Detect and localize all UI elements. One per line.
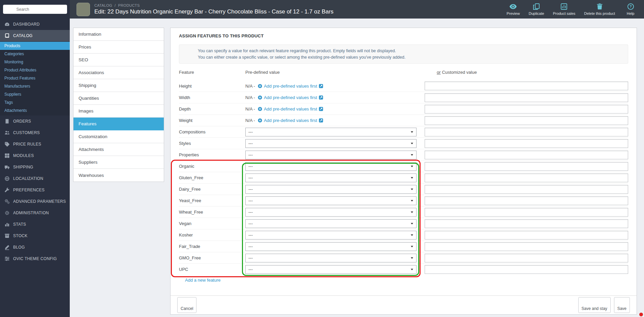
tab-warehouses[interactable]: Warehouses xyxy=(73,169,164,182)
cancel-button[interactable]: Cancel xyxy=(177,297,196,313)
sidebar-item-orders[interactable]: ORDERS xyxy=(0,116,70,127)
predefined-value-select[interactable]: --- xyxy=(245,162,417,171)
tab-customization[interactable]: Customization xyxy=(73,130,164,143)
sidebar-item-customers[interactable]: CUSTOMERS xyxy=(0,127,70,138)
customized-value-input[interactable] xyxy=(425,185,628,194)
tab-information[interactable]: Information xyxy=(73,28,164,41)
breadcrumb-products[interactable]: PRODUCTS xyxy=(118,3,140,7)
sidebar-item-dashboard[interactable]: DASHBOARD xyxy=(0,19,70,30)
search-input[interactable] xyxy=(16,7,65,12)
features-panel: ASSIGN FEATURES TO THIS PRODUCT You can … xyxy=(170,28,637,315)
save-button[interactable]: Save xyxy=(614,297,630,313)
customized-value-input[interactable] xyxy=(425,196,628,205)
submenu-item-product-features[interactable]: Product Features xyxy=(0,74,70,82)
submenu-item-monitoring[interactable]: Monitoring xyxy=(0,58,70,66)
customized-value-input[interactable] xyxy=(425,93,628,102)
customized-value-input[interactable] xyxy=(425,231,628,240)
customized-value-input[interactable] xyxy=(425,219,628,228)
sidebar-item-label: MODULES xyxy=(13,153,34,158)
sidebar-item-price-rules[interactable]: PRICE RULES xyxy=(0,138,70,150)
predefined-value-select[interactable]: --- xyxy=(245,254,417,262)
tab-quantities[interactable]: Quantities xyxy=(73,92,164,105)
predefined-value-select[interactable]: --- xyxy=(245,196,417,205)
tab-attachments[interactable]: Attachments xyxy=(73,143,164,156)
customized-value-input[interactable] xyxy=(425,128,628,136)
add-predefined-values-link[interactable]: Add pre-defined values first xyxy=(258,95,323,100)
sidebar-item-preferences[interactable]: PREFERENCES xyxy=(0,184,70,196)
predefined-value-select[interactable]: --- xyxy=(245,208,417,217)
feature-row: Yeast_Free--- xyxy=(179,195,628,206)
header-action-product-sales[interactable]: Product sales xyxy=(553,3,576,15)
predefined-select-value: --- xyxy=(248,141,253,146)
sidebar-item-label: CUSTOMERS xyxy=(13,130,40,135)
predefined-select-value: --- xyxy=(248,267,253,272)
customized-value-input[interactable] xyxy=(425,242,628,251)
tab-associations[interactable]: Associations xyxy=(73,66,164,79)
predefined-value-select[interactable]: --- xyxy=(245,219,417,228)
sidebar-item-modules[interactable]: MODULES xyxy=(0,150,70,161)
sidebar-item-stock[interactable]: STOCK xyxy=(0,230,70,242)
customized-value-input[interactable] xyxy=(425,139,628,148)
predefined-value-select[interactable]: --- xyxy=(245,231,417,240)
sidebar-item-catalog[interactable]: CATALOG xyxy=(0,30,70,41)
tab-suppliers[interactable]: Suppliers xyxy=(73,156,164,169)
header-action-preview[interactable]: Preview xyxy=(507,3,520,15)
sidebar-item-advanced-parameters[interactable]: ADVANCED PARAMETERS xyxy=(0,196,70,207)
modules-icon xyxy=(4,153,10,158)
sidebar-item-shipping[interactable]: SHIPPING xyxy=(0,161,70,173)
add-new-feature-link[interactable]: Add a new feature xyxy=(179,278,227,283)
sidebar-item-label: ORDERS xyxy=(13,119,31,124)
submenu-item-products[interactable]: Products xyxy=(0,42,70,50)
tab-prices[interactable]: Prices xyxy=(73,41,164,54)
customized-value-input[interactable] xyxy=(425,173,628,182)
search-box[interactable] xyxy=(3,5,67,14)
header-action-delete-this-product[interactable]: Delete this product xyxy=(584,3,615,15)
caret-down-icon xyxy=(410,188,413,191)
sidebar-item-localization[interactable]: LOCALIZATION xyxy=(0,173,70,184)
customized-value-input[interactable] xyxy=(425,208,628,217)
submenu-item-attachments[interactable]: Attachments xyxy=(0,106,70,115)
predefined-value-select[interactable]: --- xyxy=(245,265,417,274)
breadcrumb-catalog[interactable]: CATALOG xyxy=(94,3,112,7)
sidebar-item-blog[interactable]: BLOG xyxy=(0,242,70,253)
predefined-value-select[interactable]: --- xyxy=(245,128,417,136)
sidebar-item-administration[interactable]: ADMINISTRATION xyxy=(0,207,70,219)
predefined-value-select[interactable]: --- xyxy=(245,173,417,182)
submenu-item-product-attributes[interactable]: Product Attributes xyxy=(0,66,70,74)
tab-features[interactable]: Features xyxy=(73,118,164,130)
submenu-item-suppliers[interactable]: Suppliers xyxy=(0,90,70,98)
predefined-value-select[interactable]: --- xyxy=(245,185,417,194)
predefined-value-select[interactable]: --- xyxy=(245,139,417,148)
predefined-value-select[interactable]: --- xyxy=(245,242,417,251)
search-scope-caret-icon[interactable] xyxy=(11,8,14,11)
add-predefined-values-link[interactable]: Add pre-defined values first xyxy=(258,118,323,123)
header-action-help[interactable]: ?Help xyxy=(624,3,637,15)
save-and-stay-button[interactable]: Save and stay xyxy=(578,297,611,313)
tab-seo[interactable]: SEO xyxy=(73,54,164,66)
sidebar-item-ovic-theme-config[interactable]: OVIC THEME CONFIG xyxy=(0,253,70,264)
add-predefined-values-link[interactable]: Add pre-defined values first xyxy=(258,84,323,89)
predefined-select-value: --- xyxy=(248,232,253,237)
submenu-item-categories[interactable]: Categories xyxy=(0,50,70,58)
feature-name: Weight xyxy=(179,118,245,123)
customized-value-input[interactable] xyxy=(425,151,628,159)
tab-images[interactable]: Images xyxy=(73,105,164,118)
submenu-item-manufacturers[interactable]: Manufacturers xyxy=(0,82,70,90)
header-action-duplicate[interactable]: Duplicate xyxy=(529,3,544,15)
add-predefined-values-link[interactable]: Add pre-defined values first xyxy=(258,106,323,112)
customized-value-input[interactable] xyxy=(425,162,628,171)
tab-shipping[interactable]: Shipping xyxy=(73,79,164,92)
administration-gear-icon xyxy=(4,210,10,216)
sidebar-collapse-button[interactable] xyxy=(0,275,70,281)
external-link-icon xyxy=(319,107,323,111)
catalog-submenu: ProductsCategoriesMonitoringProduct Attr… xyxy=(0,41,70,116)
predefined-value-select[interactable]: --- xyxy=(245,151,417,159)
add-new-feature-label: Add a new feature xyxy=(185,278,221,283)
submenu-item-tags[interactable]: Tags xyxy=(0,98,70,106)
customized-value-input[interactable] xyxy=(425,116,628,125)
customized-value-input[interactable] xyxy=(425,265,628,274)
sidebar-item-stats[interactable]: STATS xyxy=(0,219,70,230)
customized-value-input[interactable] xyxy=(425,254,628,262)
customized-value-input[interactable] xyxy=(425,105,628,114)
customized-value-input[interactable] xyxy=(425,82,628,90)
